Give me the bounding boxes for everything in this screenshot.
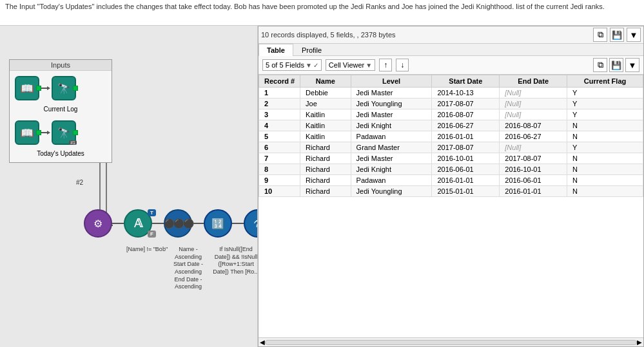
cell-start-9: 2015-01-01 — [432, 186, 500, 197]
cell-start-3: 2016-06-27 — [432, 120, 500, 131]
cell-end-1: [Null] — [500, 98, 567, 109]
cell-level-0: Jedi Master — [351, 88, 432, 98]
todays-updates-label: Today's Updates — [15, 150, 106, 157]
col-header-record[interactable]: Record # — [259, 75, 300, 88]
table-row[interactable]: 1 Debbie Jedi Master 2014-10-13 [Null] Y — [259, 88, 643, 98]
cell-record-6: 7 — [259, 153, 300, 164]
scroll-right-btn[interactable]: ▶ — [637, 339, 642, 346]
join-node[interactable]: ⚙ — [84, 209, 112, 238]
topbar-icon-btn2[interactable]: 💾 — [610, 28, 624, 42]
formula1-node[interactable]: 🔢 — [204, 209, 232, 238]
info-text: The Input "Today's Updates" includes the… — [5, 3, 605, 10]
filter-badge-f: F — [148, 230, 156, 238]
filter-node[interactable]: 𝔸 T F — [124, 209, 152, 238]
port-out-bino1 — [73, 86, 78, 91]
cell-end-6: 2017-08-07 — [500, 153, 567, 164]
col-header-current-flag[interactable]: Current Flag — [567, 75, 643, 88]
h-scroll-track[interactable] — [265, 340, 637, 345]
cell-start-0: 2014-10-13 — [432, 88, 500, 98]
table-row[interactable]: 8 Richard Jedi Knight 2016-06-01 2016-10… — [259, 164, 643, 175]
save-btn[interactable]: 💾 — [609, 58, 623, 72]
tab-profile[interactable]: Profile — [293, 44, 330, 56]
fields-dropdown[interactable]: 5 of 5 Fields ▼ ✓ — [262, 59, 322, 71]
h-scroll-area[interactable]: ◀ ▶ — [259, 337, 643, 346]
filter-node-wrap: 𝔸 T F — [124, 209, 152, 238]
sort-up-btn[interactable]: ↑ — [379, 59, 392, 71]
filter-badge-t: T — [148, 209, 156, 216]
cell-start-4: 2016-01-01 — [432, 131, 500, 142]
formula2-node[interactable]: ⚗ — [244, 209, 258, 238]
toolbar-right-btns: ⧉ 💾 ▼ — [593, 58, 639, 72]
cell-name-3: Kaitlin — [300, 120, 351, 131]
port-out-bino2 — [73, 130, 78, 135]
data-panel: 10 records displayed, 5 fields, , 2378 b… — [258, 26, 644, 347]
topbar-icon-btn1[interactable]: ⧉ — [593, 28, 607, 42]
cell-name-4: Kaitlin — [300, 131, 351, 142]
scroll-left-btn[interactable]: ◀ — [260, 339, 265, 346]
cell-start-1: 2017-08-07 — [432, 98, 500, 109]
table-row[interactable]: 9 Richard Padawan 2016-01-01 2016-06-01 … — [259, 175, 643, 186]
table-row[interactable]: 10 Richard Jedi Youngling 2015-01-01 201… — [259, 186, 643, 197]
cell-start-8: 2016-01-01 — [432, 175, 500, 186]
cell-record-9: 10 — [259, 186, 300, 197]
workflow-labels: [Name] != "Bob" Name -AscendingStart Dat… — [84, 246, 258, 291]
todays-updates-book-icon[interactable]: 📖 — [15, 120, 39, 145]
sort-down-btn[interactable]: ↓ — [396, 59, 409, 71]
todays-updates-binoculars-icon[interactable]: 🔭 #1 — [52, 120, 76, 145]
records-count: 10 records displayed, 5 fields, , 2378 b… — [261, 31, 396, 39]
cell-flag-9: N — [567, 186, 643, 197]
cell-name-5: Richard — [300, 142, 351, 153]
cell-flag-6: N — [567, 153, 643, 164]
current-log-label: Current Log — [15, 106, 106, 113]
cell-record-4: 5 — [259, 131, 300, 142]
cell-name-9: Richard — [300, 186, 351, 197]
sort1-node[interactable]: ⚫⚫⚫ — [164, 209, 192, 238]
col-header-level[interactable]: Level — [351, 75, 432, 88]
cell-flag-1: Y — [567, 98, 643, 109]
cell-start-2: 2016-08-07 — [432, 109, 500, 120]
table-row[interactable]: 3 Kaitlin Jedi Master 2016-08-07 [Null] … — [259, 109, 643, 120]
cell-flag-5: Y — [567, 142, 643, 153]
formula1-label: If IsNull([EndDate]) && !IsNull([Row+1:S… — [210, 246, 258, 276]
data-table: Record # Name Level Start Date End Date … — [259, 75, 643, 197]
cell-end-8: 2016-06-01 — [500, 175, 567, 186]
cell-record-8: 9 — [259, 175, 300, 186]
table-row[interactable]: 2 Joe Jedi Youngling 2017-08-07 [Null] Y — [259, 98, 643, 109]
workflow-row: ⚙ 𝔸 T F ⚫⚫⚫ — [84, 209, 258, 238]
cell-viewer-dropdown[interactable]: Cell Viewer ▼ — [326, 59, 375, 71]
cell-level-7: Jedi Knight — [351, 164, 432, 175]
cell-level-5: Grand Master — [351, 142, 432, 153]
cell-name-6: Richard — [300, 153, 351, 164]
cell-start-5: 2017-08-07 — [432, 142, 500, 153]
sort1-node-wrap: ⚫⚫⚫ — [164, 209, 192, 238]
connector1 — [112, 223, 124, 224]
table-row[interactable]: 7 Richard Jedi Master 2016-10-01 2017-08… — [259, 153, 643, 164]
badge2-label: #2 — [76, 179, 83, 186]
current-log-binoculars-icon[interactable]: 🔭 — [52, 76, 76, 100]
connector4 — [232, 223, 244, 224]
save-dropdown-btn[interactable]: ▼ — [625, 58, 639, 72]
tab-table[interactable]: Table — [259, 44, 293, 56]
col-header-name[interactable]: Name — [300, 75, 351, 88]
col-header-start-date[interactable]: Start Date — [432, 75, 500, 88]
col-header-end-date[interactable]: End Date — [500, 75, 567, 88]
badge1: #1 — [69, 140, 77, 145]
table-row[interactable]: 4 Kaitlin Jedi Knight 2016-06-27 2016-08… — [259, 120, 643, 131]
todays-updates-row: 📖 🔭 #1 — [15, 120, 106, 145]
cell-flag-4: N — [567, 131, 643, 142]
cell-record-1: 2 — [259, 98, 300, 109]
cell-level-4: Padawan — [351, 131, 432, 142]
cell-end-9: 2016-01-01 — [500, 186, 567, 197]
topbar-icon-btn3[interactable]: ▼ — [627, 28, 641, 42]
fields-label: 5 of 5 Fields — [266, 61, 304, 69]
cell-level-6: Jedi Master — [351, 153, 432, 164]
table-row[interactable]: 5 Kaitlin Padawan 2016-01-01 2016-06-27 … — [259, 131, 643, 142]
current-log-book-icon[interactable]: 📖 — [15, 76, 39, 100]
cell-name-2: Kaitlin — [300, 109, 351, 120]
cell-start-6: 2016-10-01 — [432, 153, 500, 164]
cell-record-7: 8 — [259, 164, 300, 175]
data-table-wrapper[interactable]: Record # Name Level Start Date End Date … — [259, 75, 643, 337]
copy-btn[interactable]: ⧉ — [593, 58, 607, 72]
table-row[interactable]: 6 Richard Grand Master 2017-08-07 [Null]… — [259, 142, 643, 153]
inputs-title: Inputs — [10, 60, 112, 71]
